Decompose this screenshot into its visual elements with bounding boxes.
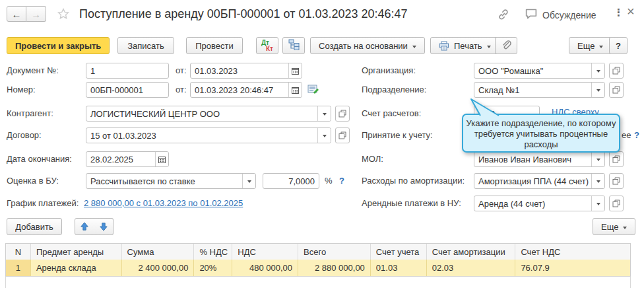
depreciation-account-cell[interactable]: 02.03 (427, 260, 516, 276)
doc-date-input[interactable]: 01.03.2023 (190, 63, 302, 79)
doc-date-from-label: от: (176, 65, 187, 75)
organization-input[interactable]: ООО "Ромашка" (474, 63, 605, 79)
save-button[interactable]: Записать (117, 37, 174, 54)
move-row-up-button[interactable] (75, 218, 94, 235)
create-based-on-button[interactable]: Создать на основании (310, 37, 425, 54)
forward-button[interactable]: → (26, 6, 46, 22)
payment-schedule-link[interactable]: 2 880 000,00 с 01.03.2023 по 01.02.2025 (84, 198, 243, 208)
doc-no-input[interactable]: 1 (86, 63, 169, 79)
table-more-label: Еще (601, 222, 618, 232)
close-icon[interactable]: × (627, 4, 635, 19)
structure-icon (288, 39, 300, 52)
col-header-lease-subject[interactable]: Предмет аренды (31, 244, 122, 260)
contract-input[interactable]: 15 от 01.03.2023 (86, 127, 331, 143)
discussion-button[interactable]: Обсуждение (525, 8, 596, 22)
total-cell[interactable]: 2 880 000,00 (298, 260, 371, 276)
amount-cell[interactable]: 2 400 000,00 (122, 260, 195, 276)
depreciation-label: Расходы по амортизации: (362, 176, 465, 186)
col-header-account[interactable]: Счет учета (371, 244, 427, 260)
organization-value: ООО "Ромашка" (474, 63, 591, 78)
calendar-icon[interactable] (288, 83, 302, 97)
payment-schedule-label: График платежей: (7, 198, 79, 208)
chevron-down-icon (623, 227, 627, 231)
counterparty-open-button[interactable] (335, 106, 350, 122)
organization-label: Организация: (362, 65, 416, 75)
rate-value: 7,0000 (263, 174, 319, 188)
document-structure-button[interactable] (282, 37, 305, 54)
datetime-input[interactable]: 01.03.2023 20:46:47 (190, 82, 302, 98)
col-header-vat[interactable]: НДС (232, 244, 298, 260)
number-input[interactable]: 00БП-000001 (86, 82, 169, 98)
department-tooltip-text: Укажите подразделение, по которому требу… (466, 118, 616, 150)
lease-subject-cell[interactable]: Аренда склада (31, 260, 122, 276)
counterparty-label: Контрагент: (7, 108, 53, 118)
post-and-close-button[interactable]: Провести и закрыть (7, 37, 110, 54)
acceptance-help-icon[interactable]: ? (634, 130, 639, 140)
end-date-input[interactable]: 28.02.2025 (86, 151, 169, 167)
lease-payments-nu-open-button[interactable] (609, 196, 624, 211)
rate-input[interactable]: 7,0000 (263, 173, 319, 189)
mol-label: МОЛ: (362, 154, 383, 164)
toolbar-more-label: Еще (577, 41, 595, 51)
dropdown-caret-icon[interactable] (242, 174, 255, 188)
col-header-amount[interactable]: Сумма (122, 244, 195, 260)
row-number-cell[interactable]: 1 (6, 260, 31, 276)
col-header-vat-rate[interactable]: % НДС (194, 244, 232, 260)
move-row-down-button[interactable] (94, 218, 113, 235)
col-header-n[interactable]: N (6, 244, 31, 260)
toolbar-more-button[interactable]: Еще (569, 37, 612, 54)
contract-open-button[interactable] (335, 127, 350, 143)
favorite-star-icon[interactable] (57, 7, 70, 22)
contract-label: Договор: (7, 130, 42, 140)
dropdown-caret-icon[interactable] (317, 128, 331, 143)
add-row-button[interactable]: Добавить (7, 218, 62, 235)
dropdown-caret-icon[interactable] (591, 174, 604, 188)
vat-account-cell[interactable]: 76.07.9 (515, 260, 630, 276)
open-form-icon (338, 131, 346, 139)
bu-valuation-select[interactable]: Рассчитывается по ставке (86, 173, 256, 189)
table-more-button[interactable]: Еще (593, 218, 635, 235)
dropdown-caret-icon[interactable] (591, 196, 604, 211)
settlement-account-label: Счет расчетов: (362, 108, 421, 118)
more-menu-dots-icon[interactable]: ⋮ (614, 7, 624, 18)
dropdown-caret-icon[interactable] (317, 106, 331, 121)
open-form-icon (612, 177, 620, 185)
lease-payments-nu-label: Арендные платежи в НУ: (362, 198, 461, 208)
print-button[interactable]: Печать (430, 37, 499, 54)
number-label: Номер: (7, 85, 36, 94)
rate-help-icon[interactable]: ? (339, 176, 344, 186)
datetime-value: 01.03.2023 20:46:47 (191, 83, 288, 97)
edit-number-icon[interactable] (307, 85, 319, 96)
get-link-icon[interactable] (497, 8, 510, 23)
doc-no-value: 1 (86, 63, 168, 78)
col-header-vat-account[interactable]: Счет НДС (515, 244, 630, 260)
vat-cell[interactable]: 480 000,00 (232, 260, 298, 276)
depreciation-input[interactable]: Амортизация ППА (44 счет) (474, 173, 605, 189)
department-label: Подразделение: (362, 85, 426, 94)
vat-rate-cell[interactable]: 20% (194, 260, 232, 276)
dropdown-caret-icon[interactable] (591, 63, 604, 78)
table-empty-area (5, 277, 631, 288)
col-header-total[interactable]: Всего (298, 244, 371, 260)
lease-payments-nu-value: Аренда (44 счет) (474, 196, 591, 211)
forward-arrow-icon: → (31, 9, 41, 20)
open-form-icon (612, 67, 620, 75)
acceptance-label: Принятие к учету: (362, 130, 433, 140)
post-button[interactable]: Провести (186, 37, 243, 54)
counterparty-input[interactable]: ЛОГИСТИЧЕСКИЙ ЦЕНТР ООО (86, 106, 331, 122)
depreciation-open-button[interactable] (609, 173, 624, 189)
calendar-icon[interactable] (288, 63, 302, 78)
end-date-label: Дата окончания: (7, 154, 72, 164)
open-form-icon (612, 86, 620, 94)
lease-payments-nu-input[interactable]: Аренда (44 счет) (474, 196, 605, 211)
account-cell[interactable]: 01.03 (371, 260, 427, 276)
dt-kt-postings-button[interactable]: ДтКт (256, 37, 278, 54)
organization-open-button[interactable] (609, 63, 624, 79)
history-nav: ← → (7, 6, 46, 22)
attachments-button[interactable] (495, 37, 517, 54)
col-header-depreciation-account[interactable]: Счет амортизации (427, 244, 516, 260)
calendar-icon[interactable] (155, 152, 168, 166)
back-button[interactable]: ← (7, 6, 26, 22)
help-button[interactable]: ? (609, 37, 628, 54)
table-row[interactable]: 1 Аренда склада 2 400 000,00 20% 480 000… (5, 260, 631, 277)
